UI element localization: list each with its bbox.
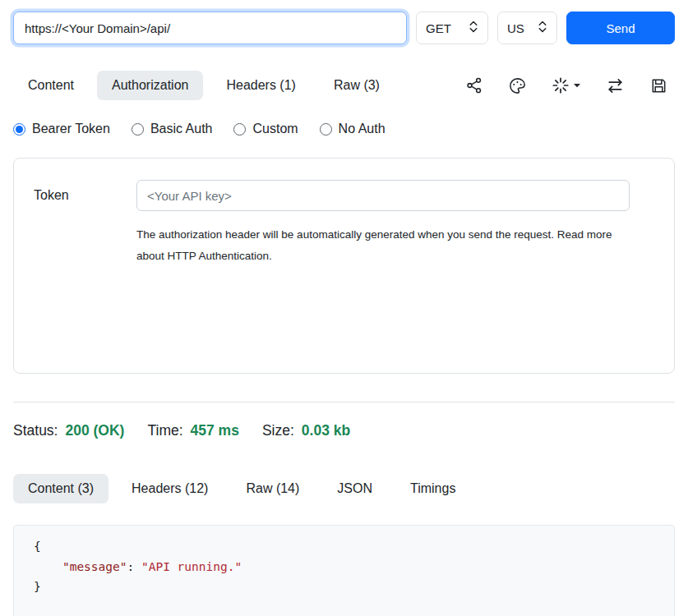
status-label: Status: — [13, 422, 58, 439]
code-line: { — [34, 536, 654, 557]
region-select[interactable]: US — [497, 11, 557, 44]
stepper-icon — [538, 21, 547, 35]
token-input[interactable] — [136, 180, 630, 211]
swap-arrows-icon[interactable] — [606, 76, 625, 95]
code-line: "message": "API running." — [34, 557, 654, 577]
time-label: Time: — [147, 422, 182, 439]
radio-no-auth[interactable]: No Auth — [320, 122, 386, 136]
method-select[interactable]: GET — [416, 11, 488, 44]
size-pair: Size: 0.03 kb — [262, 422, 350, 439]
radio-label: Bearer Token — [32, 122, 110, 136]
radio-unselected-icon — [320, 123, 332, 136]
save-icon[interactable] — [649, 76, 668, 95]
palette-icon[interactable] — [508, 76, 527, 95]
time-value: 457 ms — [191, 422, 239, 439]
radio-unselected-icon — [233, 123, 246, 136]
code-line: } — [34, 577, 654, 597]
request-tabs: Content Authorization Headers (1) Raw (3… — [13, 71, 395, 100]
region-select-value: US — [507, 21, 524, 35]
radio-unselected-icon — [132, 123, 144, 136]
token-help-text: The authorization header will be automat… — [136, 224, 617, 266]
url-input[interactable] — [13, 11, 407, 44]
response-status-row: Status: 200 (OK) Time: 457 ms Size: 0.03… — [13, 422, 675, 439]
request-tabs-row: Content Authorization Headers (1) Raw (3… — [13, 71, 675, 100]
response-tabs: Content (3) Headers (12) Raw (14) JSON T… — [13, 474, 675, 503]
request-toolbar — [465, 76, 675, 95]
token-row: Token — [34, 180, 651, 211]
stepper-icon — [469, 21, 478, 35]
section-divider — [13, 402, 675, 402]
tab-authorization[interactable]: Authorization — [97, 71, 203, 100]
request-bar: GET US Send — [13, 11, 675, 44]
method-select-value: GET — [426, 21, 451, 35]
tab-raw[interactable]: Raw (3) — [319, 71, 395, 100]
token-panel: Token The authorization header will be a… — [13, 158, 675, 374]
status-pair: Status: 200 (OK) — [13, 422, 124, 439]
tab-content[interactable]: Content — [13, 71, 89, 100]
api-client-page: GET US Send Content Authorization Header… — [0, 0, 688, 616]
magic-burst-icon[interactable] — [552, 76, 581, 94]
send-button[interactable]: Send — [566, 11, 675, 44]
radio-custom[interactable]: Custom — [233, 122, 298, 136]
radio-basic-auth[interactable]: Basic Auth — [132, 122, 213, 136]
radio-label: No Auth — [339, 122, 386, 136]
token-label: Token — [34, 188, 136, 203]
status-value: 200 (OK) — [65, 422, 124, 439]
radio-label: Basic Auth — [150, 122, 213, 136]
caret-down-icon — [573, 81, 581, 90]
tab-response-json[interactable]: JSON — [322, 474, 387, 503]
size-label: Size: — [262, 422, 294, 439]
tab-response-raw[interactable]: Raw (14) — [231, 474, 314, 503]
tab-response-content[interactable]: Content (3) — [13, 474, 109, 503]
auth-type-row: Bearer Token Basic Auth Custom No Auth — [13, 122, 675, 136]
share-icon[interactable] — [465, 76, 483, 94]
json-key: "message" — [62, 560, 127, 573]
radio-selected-icon — [13, 123, 25, 136]
time-pair: Time: 457 ms — [147, 422, 238, 439]
radio-label: Custom — [252, 122, 298, 136]
json-string-value: "API running." — [141, 560, 242, 573]
radio-bearer-token[interactable]: Bearer Token — [13, 122, 110, 136]
tab-headers[interactable]: Headers (1) — [211, 71, 310, 100]
response-body[interactable]: { "message": "API running." } — [13, 525, 675, 616]
tab-response-headers[interactable]: Headers (12) — [117, 474, 223, 503]
size-value: 0.03 kb — [302, 422, 350, 439]
tab-response-timings[interactable]: Timings — [395, 474, 470, 503]
